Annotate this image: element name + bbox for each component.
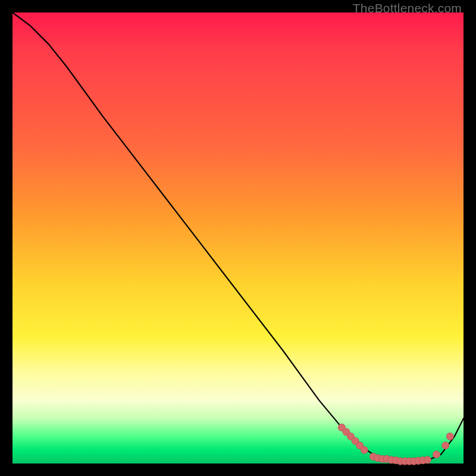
curve-path <box>12 12 464 461</box>
data-marker <box>446 433 453 440</box>
plot-area <box>12 12 464 464</box>
chart-frame: TheBottleneck.com <box>0 0 476 476</box>
data-marker <box>361 446 368 453</box>
data-marker <box>433 451 440 458</box>
chart-svg <box>12 12 464 464</box>
data-marker <box>442 442 449 449</box>
data-marker <box>424 456 431 464</box>
marker-group <box>338 424 453 465</box>
